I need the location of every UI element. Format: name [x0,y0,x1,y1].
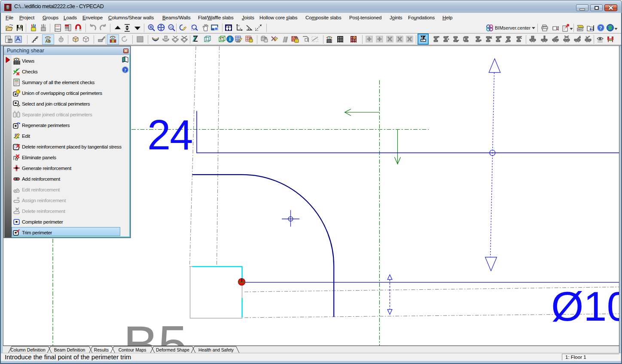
svg-text:Health and Safety: Health and Safety [198,348,234,352]
svg-text:DWG: DWG [55,28,61,30]
svg-text:x: x [240,27,241,30]
svg-text:Results: Results [94,348,109,352]
svg-text:Beam Definition: Beam Definition [54,348,85,352]
svg-text:Deformed Shape: Deformed Shape [156,348,189,352]
svg-text:24: 24 [147,112,192,158]
svg-text:x2: x2 [169,26,173,29]
svg-text:Ø10: Ø10 [551,283,619,330]
svg-text:AB: AB [46,39,51,43]
svg-text:B5: B5 [123,315,187,346]
svg-text:Column Definition: Column Definition [10,348,46,352]
svg-text:DXF: DXF [55,25,60,27]
svg-text:R: R [149,25,152,29]
svg-text:?: ? [124,67,126,73]
svg-text:Contour Maps: Contour Maps [119,348,146,352]
svg-text:?: ? [599,25,602,30]
